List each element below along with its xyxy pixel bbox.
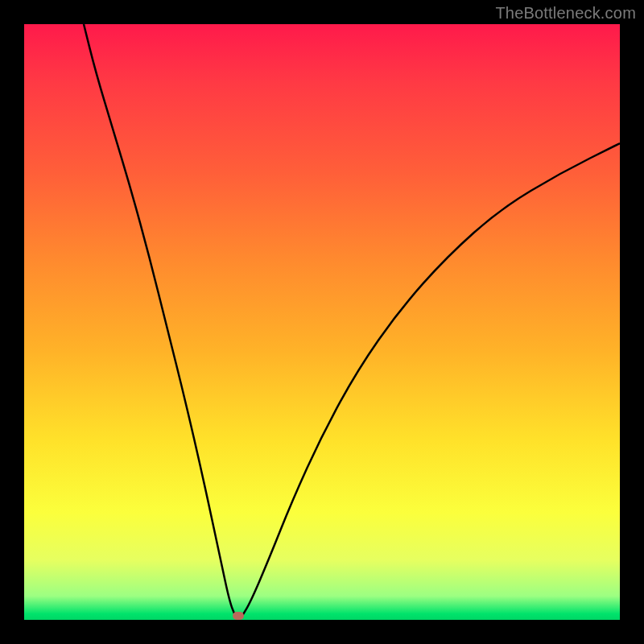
curve-left-branch (84, 24, 236, 617)
watermark-text: TheBottleneck.com (495, 4, 636, 23)
chart-curve (24, 24, 620, 620)
chart-plot-area (24, 24, 620, 620)
chart-marker (233, 612, 244, 620)
chart-frame: TheBottleneck.com (0, 0, 644, 644)
curve-right-branch (242, 143, 620, 617)
